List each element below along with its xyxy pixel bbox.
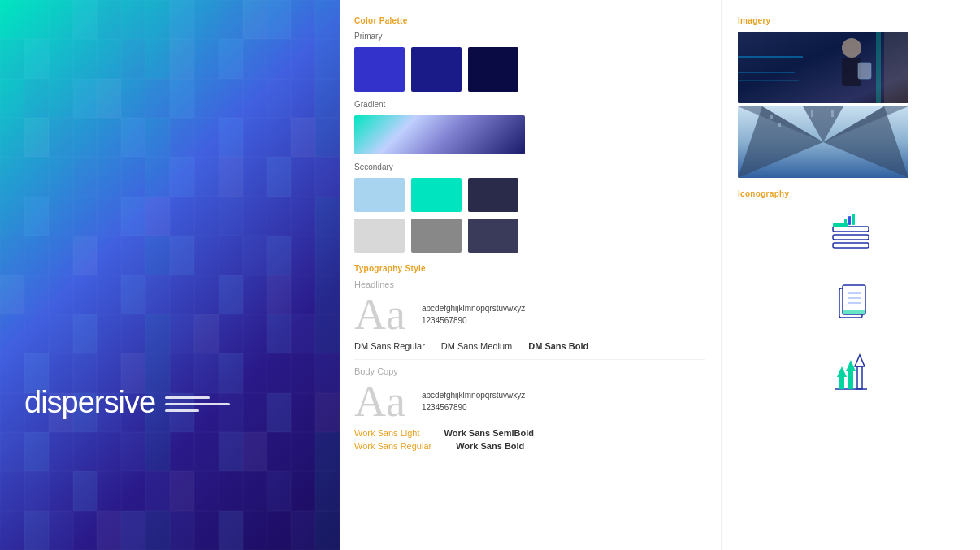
pixel-cell bbox=[291, 393, 315, 432]
right-panel: Imagery bbox=[722, 0, 980, 550]
headlines-display-row: Aa abcdefghijklmnopqrstuvwxyz 1234567890 bbox=[354, 292, 705, 336]
pixel-cell bbox=[315, 79, 340, 118]
svg-rect-7 bbox=[876, 32, 881, 103]
dm-sans-medium: DM Sans Medium bbox=[441, 341, 512, 351]
work-sans-light: Work Sans Light bbox=[354, 428, 420, 438]
logo-area: dispersive bbox=[24, 385, 230, 420]
pixel-cell bbox=[315, 471, 340, 510]
pixel-cell bbox=[315, 511, 340, 550]
pixel-cell bbox=[243, 275, 267, 314]
svg-marker-39 bbox=[855, 355, 865, 366]
typography-section: Typography Style Headlines Aa abcdefghij… bbox=[354, 264, 705, 451]
svg-point-4 bbox=[842, 38, 861, 58]
pixel-cell bbox=[170, 118, 194, 157]
swatch-gray bbox=[411, 219, 462, 253]
pixel-cell bbox=[97, 0, 121, 39]
pixel-cell bbox=[315, 118, 340, 157]
iconography-title: Iconography bbox=[738, 189, 964, 198]
pixel-cell bbox=[291, 353, 315, 392]
logo-text: dispersive bbox=[24, 385, 155, 420]
pixel-cell bbox=[24, 0, 49, 39]
svg-rect-8 bbox=[884, 32, 908, 103]
svg-rect-15 bbox=[770, 115, 773, 119]
layers-icon-box bbox=[818, 205, 883, 262]
body-sample: abcdefghijklmnopqrstuvwxyz 1234567890 bbox=[422, 390, 525, 413]
pixel-cell bbox=[145, 275, 170, 314]
pixel-cell bbox=[219, 471, 243, 510]
pixel-cell bbox=[145, 236, 170, 275]
pixel-cell bbox=[0, 511, 24, 550]
swatch-light-gray bbox=[354, 219, 405, 253]
svg-rect-18 bbox=[811, 110, 813, 117]
swatch-cyan bbox=[411, 178, 462, 212]
swatch-light-blue bbox=[354, 178, 405, 212]
pixel-cell bbox=[194, 79, 219, 118]
pixel-cell bbox=[73, 118, 98, 157]
pixel-cell bbox=[24, 118, 49, 157]
pixel-cell bbox=[315, 314, 340, 353]
pixel-cell bbox=[121, 39, 145, 78]
imagery-grid bbox=[738, 32, 964, 178]
pixel-cell bbox=[267, 236, 291, 275]
svg-rect-22 bbox=[833, 227, 869, 232]
pixel-cell bbox=[97, 39, 121, 78]
pixel-cell bbox=[315, 275, 340, 314]
pixel-cell bbox=[315, 236, 340, 275]
pixel-cell bbox=[267, 275, 291, 314]
pixel-cell bbox=[170, 197, 194, 236]
body-display-row: Aa abcdefghijklmnopqrstuvwxyz 1234567890 bbox=[354, 379, 705, 423]
pixel-cell bbox=[315, 0, 340, 39]
pixel-cell bbox=[0, 314, 24, 353]
pixel-cell bbox=[0, 39, 24, 78]
svg-rect-19 bbox=[831, 110, 834, 117]
pixel-cell bbox=[315, 197, 340, 236]
pixel-cell bbox=[267, 0, 291, 39]
left-panel: dispersive bbox=[0, 0, 340, 550]
pixel-cell bbox=[0, 197, 24, 236]
pixel-cell bbox=[49, 432, 73, 471]
pixel-cell bbox=[243, 393, 267, 432]
pixel-cell bbox=[243, 197, 267, 236]
pixel-cell bbox=[97, 79, 121, 118]
svg-rect-24 bbox=[844, 219, 847, 225]
pixel-cell bbox=[24, 197, 49, 236]
pixel-cell bbox=[145, 471, 170, 510]
headlines-sample: abcdefghijklmnopqrstuvwxyz 1234567890 bbox=[422, 303, 525, 326]
primary-colors bbox=[354, 47, 705, 92]
pixel-cell bbox=[24, 39, 49, 78]
pixel-cell bbox=[315, 432, 340, 471]
pixel-cell bbox=[243, 511, 267, 550]
pixel-cell bbox=[194, 511, 219, 550]
center-panel: Color Palette Primary Gradient Secondary bbox=[340, 0, 722, 550]
divider bbox=[354, 359, 705, 360]
pixel-cell bbox=[121, 79, 145, 118]
body-copy-label: Body Copy bbox=[354, 366, 705, 376]
pixel-cell bbox=[0, 393, 24, 432]
pixel-cell bbox=[24, 157, 49, 196]
pixel-cell bbox=[24, 511, 49, 550]
pixel-cell bbox=[49, 314, 73, 353]
swatch-blue-primary bbox=[354, 47, 405, 92]
arrows-icon bbox=[826, 349, 875, 397]
pixel-cell bbox=[243, 432, 267, 471]
secondary-label: Secondary bbox=[354, 162, 705, 171]
pixel-cell bbox=[73, 157, 98, 196]
secondary-colors bbox=[354, 178, 705, 253]
pixel-cell bbox=[194, 314, 219, 353]
pixel-cell bbox=[145, 39, 170, 78]
pixel-cell bbox=[49, 511, 73, 550]
pixel-grid bbox=[0, 0, 340, 550]
pixel-cell bbox=[194, 275, 219, 314]
pixel-cell bbox=[73, 432, 98, 471]
primary-label: Primary bbox=[354, 32, 705, 41]
svg-rect-17 bbox=[864, 115, 866, 119]
pixel-cell bbox=[267, 511, 291, 550]
sample-nums: 1234567890 bbox=[422, 315, 525, 326]
logo-line-1 bbox=[165, 396, 210, 399]
pixel-cell bbox=[73, 79, 98, 118]
logo-line-2 bbox=[165, 403, 230, 405]
pixel-cell bbox=[291, 511, 315, 550]
pixel-cell bbox=[267, 393, 291, 432]
documents-icon bbox=[826, 279, 875, 327]
pixel-cell bbox=[291, 79, 315, 118]
